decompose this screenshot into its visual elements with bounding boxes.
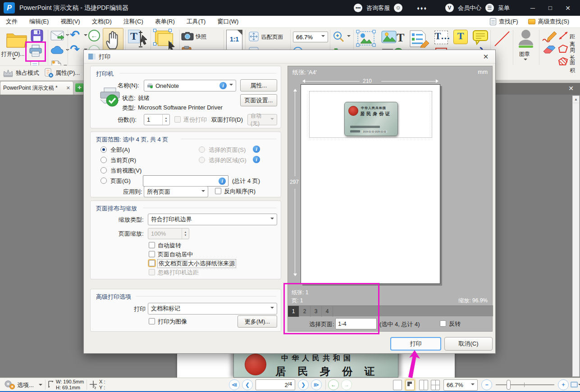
page-scale-spinner[interactable]: 100% ▲▼ (148, 228, 189, 239)
vip-icon[interactable]: V (445, 4, 454, 12)
vertical-scrollbar[interactable]: ▲ (572, 96, 580, 377)
text-select-tool[interactable]: T (127, 29, 149, 51)
range-pages-radio[interactable] (100, 178, 107, 184)
zoom-lens-icon[interactable] (333, 31, 344, 42)
stamp-button[interactable]: 图章 (519, 50, 530, 58)
previous-view-icon[interactable]: ← (88, 30, 100, 41)
document-tab[interactable]: PowerPoint 演示文稿 * ✕ (0, 81, 73, 95)
typewriter-tool-icon[interactable]: T… (434, 31, 448, 44)
menu-edit[interactable]: 编辑(E) (23, 18, 55, 26)
zoom-slider-track[interactable] (496, 384, 554, 385)
hamburger-menu-icon[interactable]: ☰ (485, 4, 494, 12)
menu-link[interactable]: 菜单 (498, 4, 510, 12)
tab-close-icon[interactable]: ✕ (66, 85, 70, 91)
duplex-combobox[interactable]: 自动 (无) (247, 114, 277, 125)
menu-document[interactable]: 文档(D) (86, 18, 118, 26)
pencil-tool-icon[interactable] (542, 31, 557, 42)
mail-icon[interactable] (50, 31, 64, 41)
snapshot-camera-icon[interactable] (181, 32, 194, 41)
properties-button[interactable]: 属性(P)... (55, 69, 80, 77)
selected-pages-info-icon[interactable]: i (253, 146, 260, 153)
open-caret-icon[interactable] (12, 58, 16, 62)
menu-form[interactable]: 表单(R) (149, 18, 181, 26)
options-button[interactable]: 选项... (17, 381, 34, 389)
apply-to-combobox[interactable]: 所有页面 (144, 186, 208, 197)
previous-page-button[interactable]: ❮ (242, 379, 253, 390)
note-tool-icon[interactable]: T (453, 30, 468, 44)
menu-file[interactable]: 文件 (0, 18, 23, 26)
annotation-select-tool[interactable] (152, 29, 178, 52)
printer-properties-button[interactable]: 属性... (240, 79, 277, 91)
range-all-radio[interactable] (100, 146, 107, 153)
edit-objects-icon[interactable] (356, 30, 376, 47)
new-tab-button[interactable]: + (75, 83, 84, 92)
stamp-icon[interactable] (516, 29, 535, 49)
copies-spinner[interactable]: 1 ▲▼ (144, 114, 170, 125)
page-number-input[interactable]: 2/4 (256, 379, 295, 390)
chat-bubble-icon[interactable]: ••• (354, 4, 362, 12)
stamp-caret-icon[interactable] (524, 59, 527, 62)
advanced-find-button[interactable]: 高级查找(S) (538, 18, 569, 26)
previous-view-nav-button[interactable]: ← (328, 379, 339, 390)
perimeter-tool-icon[interactable] (558, 44, 569, 54)
area-tool-icon[interactable] (558, 57, 569, 67)
print-as-image-checkbox[interactable] (149, 318, 155, 324)
hand-tool[interactable] (103, 28, 123, 51)
zoom-in-button[interactable]: + (558, 379, 569, 390)
redo-icon[interactable]: ↷ (70, 42, 80, 56)
open-button[interactable]: 打开(O)... (1, 50, 24, 58)
two-page-mode-button[interactable] (419, 380, 428, 390)
distance-tool-icon[interactable] (558, 31, 569, 41)
auto-rotate-checkbox[interactable] (149, 242, 155, 248)
undo-icon[interactable]: ↶ (70, 28, 80, 42)
print-dialog-titlebar[interactable]: 打印 ✕ (84, 50, 495, 64)
line-tool-icon[interactable] (493, 30, 511, 48)
zoom-lens-caret-icon[interactable] (347, 35, 351, 39)
page-setup-button[interactable]: 页面设置... (240, 94, 277, 106)
statusbar-zoom-combobox[interactable]: 66.7% (443, 379, 478, 391)
cancel-button[interactable]: 取消(C) (444, 337, 493, 351)
gems-icon[interactable]: ♦♦♦ (417, 5, 427, 11)
scale-type-combobox[interactable]: 符合打印机边界 (148, 214, 277, 225)
eraser-tool-icon[interactable] (542, 45, 556, 55)
single-page-mode-button[interactable] (393, 380, 402, 390)
range-current-view-radio[interactable] (100, 167, 107, 173)
reverse-order-checkbox[interactable] (215, 188, 221, 194)
panel-close-icon[interactable]: ✕ (568, 85, 574, 92)
range-selected-area-radio[interactable] (199, 157, 205, 163)
member-center-link[interactable]: 会员中心 (458, 4, 481, 12)
menu-tools[interactable]: 工具(T) (181, 18, 212, 26)
menu-window[interactable]: 窗口(W) (211, 18, 244, 26)
dialog-close-icon[interactable]: ✕ (481, 53, 491, 61)
zoom-slider-handle[interactable] (507, 380, 511, 390)
find-button[interactable]: 查找(F) (499, 18, 518, 26)
area-button[interactable]: 面积 (570, 59, 580, 74)
next-view-nav-button[interactable]: → (341, 379, 352, 390)
range-current-page-radio[interactable] (100, 157, 107, 163)
ignore-margins-checkbox[interactable] (149, 269, 155, 275)
auto-center-checkbox[interactable] (149, 251, 155, 257)
invert-checkbox[interactable] (440, 320, 446, 327)
support-link[interactable]: 咨询客服 (366, 4, 390, 12)
quad-page-mode-button[interactable] (431, 380, 440, 390)
range-selected-pages-radio[interactable] (199, 146, 205, 153)
open-folder-icon[interactable] (5, 30, 28, 49)
fit-visible-button[interactable] (571, 382, 578, 387)
fit-page-icon[interactable] (249, 32, 259, 41)
printer-name-combobox[interactable]: OneNote i (144, 80, 236, 91)
continuous-mode-button[interactable] (406, 380, 415, 390)
account-avatar-icon[interactable]: ☺ (394, 4, 402, 12)
selected-area-info-icon[interactable]: i (253, 156, 260, 163)
paper-source-checkbox[interactable] (149, 260, 155, 266)
last-page-button[interactable]: ⧐ (311, 379, 322, 390)
cloud-upload-icon[interactable] (50, 46, 64, 55)
actual-size-button[interactable]: 1:1 (226, 30, 242, 50)
print-content-combobox[interactable]: 文档和标记 (148, 303, 277, 315)
menu-view[interactable]: 视图(V) (55, 18, 86, 26)
pages-input[interactable]: i (143, 175, 228, 187)
undo-caret-icon[interactable] (84, 34, 87, 38)
more-options-button[interactable]: 更多(M)... (237, 315, 277, 328)
exclusive-mode-button[interactable]: 独占模式 (16, 69, 39, 77)
collate-checkbox[interactable] (174, 116, 181, 123)
scrollbar-up-icon[interactable]: ▲ (573, 96, 579, 103)
